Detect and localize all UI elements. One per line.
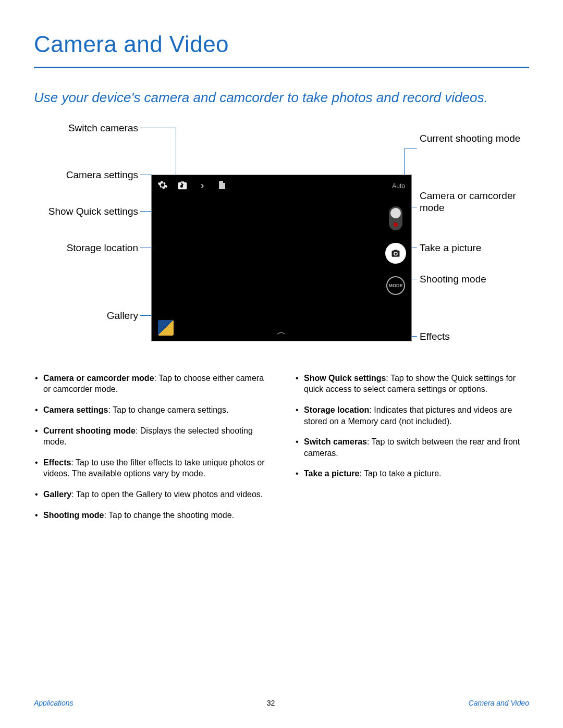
desc: : Tap to open the Gallery to view photos…	[71, 490, 263, 499]
list-item: Effects: Tap to use the filter effects t…	[34, 457, 268, 479]
term: Shooting mode	[43, 511, 104, 520]
chevron-right-icon[interactable]: ›	[197, 179, 208, 191]
desc: : Tap to change the shooting mode.	[104, 511, 234, 520]
gallery-thumbnail[interactable]	[158, 320, 174, 336]
page-title: Camera and Video	[34, 31, 529, 57]
callout-show-quick: Show Quick settings	[34, 206, 138, 218]
list-item: Gallery: Tap to open the Gallery to view…	[34, 489, 268, 500]
switch-camera-icon[interactable]	[177, 179, 188, 191]
term: Gallery	[43, 490, 71, 499]
term: Camera settings	[43, 405, 108, 414]
footer-left: Applications	[34, 699, 74, 707]
effects-caret-icon[interactable]: ︿	[277, 325, 286, 338]
callout-effects: Effects	[420, 331, 524, 343]
term: Show Quick settings	[304, 374, 386, 382]
mode-button[interactable]: MODE	[386, 276, 405, 295]
term: Camera or camcorder mode	[43, 374, 154, 382]
callout-cam-camcorder: Camera or camcorder mode	[420, 190, 524, 214]
auto-mode-label: Auto	[392, 182, 405, 190]
page-subtitle: Use your device's camera and camcorder t…	[34, 89, 513, 107]
term: Effects	[43, 458, 71, 467]
title-rule	[34, 67, 529, 68]
left-column: Camera or camcorder mode: Tap to choose …	[34, 373, 268, 530]
camera-camcorder-toggle[interactable]	[389, 206, 402, 230]
description-columns: Camera or camcorder mode: Tap to choose …	[34, 373, 529, 530]
term: Take a picture	[304, 469, 359, 478]
list-item: Take a picture: Tap to take a picture.	[295, 468, 529, 479]
callout-switch-cameras: Switch cameras	[34, 122, 138, 134]
callout-current-mode: Current shooting mode	[420, 133, 524, 145]
page-footer: Applications 32 Camera and Video	[34, 699, 529, 707]
term: Storage location	[304, 405, 369, 414]
sdcard-icon	[216, 179, 228, 191]
figure: Switch cameras Camera settings Show Quic…	[34, 122, 529, 352]
camera-screenshot: › Auto MODE ︿	[151, 175, 412, 341]
list-item: Current shooting mode: Displays the sele…	[34, 425, 268, 448]
callout-take-picture: Take a picture	[420, 242, 524, 254]
term: Current shooting mode	[43, 426, 136, 435]
list-item: Storage location: Indicates that picture…	[295, 404, 529, 427]
shutter-button[interactable]	[385, 243, 406, 264]
callout-camera-settings: Camera settings	[34, 169, 138, 181]
callout-storage: Storage location	[34, 242, 138, 254]
gear-icon[interactable]	[157, 179, 168, 191]
footer-right: Camera and Video	[469, 699, 529, 707]
right-column: Show Quick settings: Tap to show the Qui…	[295, 373, 529, 530]
callout-gallery: Gallery	[34, 310, 138, 322]
callout-shooting-mode: Shooting mode	[420, 274, 524, 286]
footer-page-number: 32	[267, 699, 275, 707]
list-item: Camera or camcorder mode: Tap to choose …	[34, 373, 268, 395]
desc: : Tap to take a picture.	[359, 469, 441, 478]
list-item: Camera settings: Tap to change camera se…	[34, 404, 268, 416]
desc: : Tap to use the filter effects to take …	[43, 458, 265, 478]
list-item: Switch cameras: Tap to switch between th…	[295, 436, 529, 459]
desc: : Tap to change camera settings.	[108, 405, 229, 414]
term: Switch cameras	[304, 437, 367, 446]
list-item: Show Quick settings: Tap to show the Qui…	[295, 373, 529, 395]
list-item: Shooting mode: Tap to change the shootin…	[34, 510, 268, 521]
